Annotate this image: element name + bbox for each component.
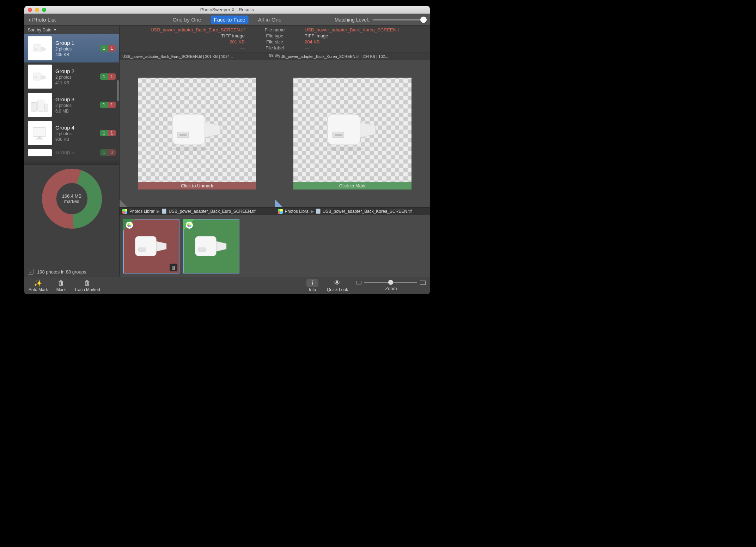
chevron-down-icon: ▼: [54, 28, 57, 32]
trash-marked-button[interactable]: 🗑 Trash Marked: [74, 279, 100, 292]
zoom-out-icon[interactable]: [356, 281, 361, 284]
image-area[interactable]: Click to Mark: [275, 60, 430, 207]
zoom-in-icon[interactable]: [420, 281, 426, 285]
svg-rect-18: [335, 134, 342, 136]
sort-button[interactable]: Sort by Date ▼: [24, 26, 119, 34]
group-title: Group 2: [55, 68, 97, 74]
group-row[interactable]: Group 1 2 photos 405 KB 1 1: [24, 34, 119, 62]
meta-mid: File label: [252, 45, 298, 50]
checkbox-icon[interactable]: ✓: [28, 269, 33, 275]
photos-library-icon: [122, 209, 127, 214]
tab-all-in-one[interactable]: All-in-One: [255, 16, 285, 24]
wand-icon: ✨: [34, 279, 42, 287]
donut-chart: 166.4 MB marked: [42, 169, 102, 229]
group-size: 411 KB: [55, 80, 97, 85]
group-title: Group 5: [55, 149, 97, 155]
main-panel: USB_power_adapter_Back_Euro_SCREEN.tif F…: [120, 26, 430, 277]
group-badge: 1 1: [100, 45, 116, 52]
group-row[interactable]: Group 5 1 0: [24, 147, 119, 158]
svg-rect-3: [35, 77, 37, 78]
back-button[interactable]: ‹ Photo List: [29, 16, 56, 23]
svg-rect-4: [31, 103, 37, 112]
chevron-right-icon: ▶: [311, 209, 314, 214]
document-icon: [316, 209, 321, 214]
group-title: Group 4: [55, 125, 97, 131]
unmark-button[interactable]: Click to Unmark: [138, 182, 256, 190]
svg-point-15: [171, 147, 209, 151]
group-badge: 1 1: [100, 73, 116, 80]
matching-level-slider[interactable]: [373, 19, 426, 20]
svg-rect-7: [33, 127, 46, 136]
group-row[interactable]: Group 4 2 photos 936 KB 1 1: [24, 119, 119, 147]
sidebar: Sort by Date ▼ Group 1 2 photos 405 KB 1: [24, 26, 120, 277]
mark-button[interactable]: Click to Mark: [293, 182, 411, 190]
scrollbar[interactable]: [117, 80, 119, 101]
photo-preview: [293, 78, 411, 182]
mark-button[interactable]: 🗑 Mark: [56, 279, 66, 292]
similarity-badge: 99.8%: [267, 53, 282, 58]
slider-knob-icon[interactable]: [388, 280, 393, 285]
trash-icon[interactable]: 🗑: [170, 264, 177, 271]
thumbnail-marked[interactable]: 🗑: [123, 219, 179, 274]
right-pane: USB_power_adapter_Back_Korea_SCREEN.tif …: [275, 53, 430, 215]
bottom-toolbar: ✨ Auto Mark 🗑 Mark 🗑 Trash Marked i Info…: [24, 277, 430, 294]
group-count: 2 photos: [55, 75, 97, 80]
auto-mark-button[interactable]: ✨ Auto Mark: [29, 279, 48, 292]
thumbnail-keep[interactable]: [183, 219, 239, 274]
compare-panes: 99.8% USB_power_adapter_Back_Euro_SCREEN…: [120, 53, 430, 215]
svg-rect-20: [135, 236, 157, 256]
meta-mid: File name: [252, 27, 298, 32]
image-area[interactable]: Click to Unmark: [120, 60, 275, 207]
group-thumbnail: [28, 36, 52, 60]
trash-check-icon: 🗑: [58, 279, 65, 287]
group-count: 2 photos: [55, 103, 97, 108]
svg-rect-14: [179, 134, 187, 136]
metadata-table: USB_power_adapter_Back_Euro_SCREEN.tif F…: [120, 26, 430, 53]
zoom-label: Zoom: [385, 286, 397, 291]
group-title: Group 3: [55, 96, 97, 102]
info-icon: i: [311, 279, 313, 287]
photos-library-icon: [186, 222, 193, 229]
info-button[interactable]: i Info: [306, 279, 318, 292]
meta-left: TIFF image: [124, 33, 252, 38]
tab-face-to-face[interactable]: Face-to-Face: [211, 16, 249, 24]
footer-summary: 198 photos in 88 groups: [37, 269, 86, 275]
slider-knob-icon[interactable]: [420, 17, 427, 23]
crumb-library[interactable]: Photos Librar: [129, 209, 154, 214]
quick-look-button[interactable]: 👁 Quick Look: [327, 279, 348, 292]
group-row[interactable]: Group 2 2 photos 411 KB 1 1: [24, 62, 119, 91]
group-badge: 1 1: [100, 130, 116, 136]
thumbnail-strip: 🗑: [120, 215, 430, 277]
group-thumbnail: [28, 93, 52, 117]
left-pane: USB_power_adapter_Back_Euro_SCREEN.tif |…: [120, 53, 275, 215]
document-icon: [162, 209, 166, 214]
chevron-right-icon: ▶: [157, 209, 160, 214]
view-mode-tabs: One by One Face-to-Face All-in-One: [170, 16, 285, 24]
group-row[interactable]: Group 3 2 photos 6.9 MB 1 1: [24, 91, 119, 119]
tab-one-by-one[interactable]: One by One: [170, 16, 205, 24]
eye-icon: 👁: [334, 279, 341, 287]
meta-left: ---: [124, 45, 252, 50]
toolbar: ‹ Photo List One by One Face-to-Face All…: [24, 14, 430, 26]
sort-label: Sort by Date: [28, 28, 51, 32]
svg-rect-6: [44, 104, 48, 112]
photos-library-icon: [126, 222, 133, 229]
crumb-file[interactable]: USB_power_adapter_Back_Korea_SCREEN.tif: [323, 209, 412, 214]
zoom-slider[interactable]: [364, 282, 417, 283]
group-title: Group 1: [55, 40, 97, 46]
meta-left: 201 KB: [124, 39, 252, 44]
crumb-file[interactable]: USB_power_adapter_Back_Euro_SCREEN.tif: [169, 209, 255, 214]
svg-rect-0: [33, 44, 41, 52]
group-size: 6.9 MB: [55, 109, 97, 114]
pane-header: USB_power_adapter_Back_Korea_SCREEN.tif …: [278, 54, 427, 59]
meta-right: 204 KB: [298, 39, 425, 44]
meta-mid: File size: [252, 39, 298, 44]
corner-indicator-icon: [120, 199, 127, 207]
summary-panel: 166.4 MB marked ✓ 198 photos in 88 group…: [24, 165, 119, 277]
group-count: 2 photos: [55, 47, 97, 52]
crumb-library[interactable]: Photos Libra: [285, 209, 309, 214]
svg-rect-16: [328, 114, 360, 145]
group-count: 2 photos: [55, 131, 97, 136]
svg-rect-22: [195, 236, 217, 256]
group-size: 405 KB: [55, 52, 97, 57]
